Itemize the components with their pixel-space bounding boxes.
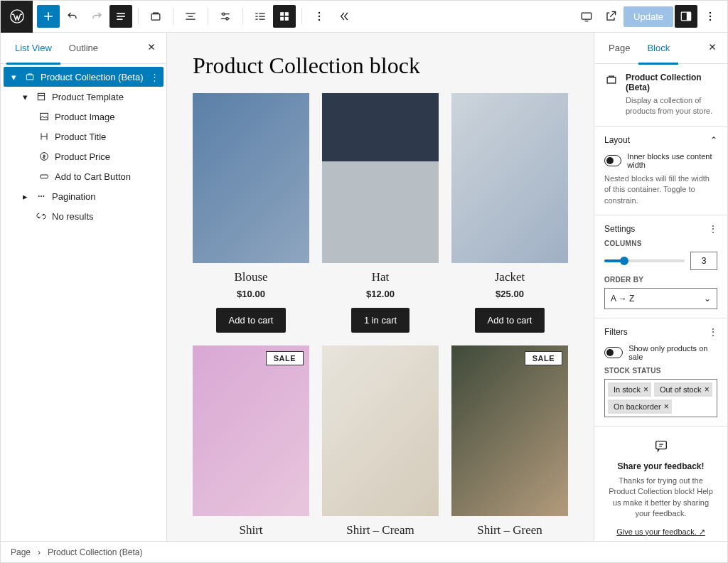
svg-point-19 bbox=[710, 19, 712, 21]
product-card[interactable]: Shirt – Cream $25.00 Add to cart bbox=[322, 345, 439, 541]
orderby-select[interactable]: A → Z ⌄ bbox=[604, 288, 717, 309]
columns-button[interactable] bbox=[249, 5, 272, 28]
orderby-label: Order by bbox=[604, 276, 717, 284]
tree-item-product-title[interactable]: Product Title bbox=[4, 127, 164, 146]
product-image bbox=[451, 93, 568, 263]
tab-list-view[interactable]: List View bbox=[6, 33, 60, 64]
image-icon bbox=[38, 111, 50, 122]
breadcrumb-item[interactable]: Product Collection (Beta) bbox=[48, 547, 142, 557]
block-name: Product Collection (Beta) bbox=[626, 73, 717, 92]
update-button[interactable]: Update bbox=[623, 6, 673, 27]
filters-panel-header[interactable]: Filters ⋮ bbox=[604, 327, 717, 337]
pagination-icon bbox=[35, 191, 48, 202]
layout-icon bbox=[35, 91, 48, 102]
tree-item-product-collection[interactable]: ▾ Product Collection (Beta) ⋮ bbox=[4, 67, 164, 87]
stock-status-tokens[interactable]: In stock× Out of stock× On backorder× bbox=[604, 379, 717, 417]
svg-point-13 bbox=[318, 19, 321, 21]
svg-rect-22 bbox=[41, 113, 48, 119]
collapse-button[interactable] bbox=[332, 5, 355, 28]
product-image: SALE bbox=[451, 345, 568, 515]
tree-item-pagination[interactable]: ▸ Pagination bbox=[4, 186, 164, 206]
archive-icon bbox=[23, 71, 36, 82]
wordpress-logo[interactable] bbox=[1, 1, 33, 33]
add-to-cart-button[interactable]: Add to cart bbox=[216, 308, 287, 333]
editor-canvas[interactable]: Product Collection block Blouse $10.00 A… bbox=[167, 33, 594, 541]
svg-rect-29 bbox=[655, 441, 666, 449]
token-backorder[interactable]: On backorder× bbox=[608, 400, 672, 414]
tree-item-product-price[interactable]: Product Price bbox=[4, 146, 164, 166]
tab-page[interactable]: Page bbox=[600, 33, 638, 64]
remove-token-icon[interactable]: × bbox=[643, 385, 648, 395]
svg-point-5 bbox=[223, 13, 225, 15]
close-sidebar-button[interactable] bbox=[703, 38, 722, 58]
feedback-link[interactable]: Give us your feedback. ↗ bbox=[616, 527, 705, 536]
svg-rect-7 bbox=[280, 12, 284, 16]
token-in-stock[interactable]: In stock× bbox=[608, 382, 651, 397]
token-out-of-stock[interactable]: Out of stock× bbox=[654, 382, 712, 397]
block-icon[interactable] bbox=[144, 5, 167, 28]
remove-token-icon[interactable]: × bbox=[664, 402, 669, 412]
tree-item-no-results[interactable]: No results bbox=[4, 206, 164, 226]
svg-point-6 bbox=[226, 18, 228, 20]
add-to-cart-button[interactable]: Add to cart bbox=[475, 308, 545, 333]
layout-panel-header[interactable]: Layout ⌃ bbox=[604, 135, 717, 145]
external-link-button[interactable] bbox=[599, 5, 622, 28]
redo-button[interactable] bbox=[85, 5, 108, 28]
product-card[interactable]: Blouse $10.00 Add to cart bbox=[193, 93, 309, 333]
more-icon[interactable]: ⋮ bbox=[709, 327, 717, 337]
product-card[interactable]: SALE Shirt – Green $25.00$18.00 Add to c… bbox=[451, 345, 568, 541]
svg-rect-8 bbox=[285, 12, 289, 16]
svg-rect-14 bbox=[582, 13, 591, 19]
close-panel-button[interactable] bbox=[142, 38, 161, 58]
align-button[interactable] bbox=[179, 5, 202, 28]
product-price: $12.00 bbox=[366, 289, 395, 299]
tree-item-product-image[interactable]: Product Image bbox=[4, 107, 164, 127]
document-overview-button[interactable] bbox=[109, 5, 132, 28]
more-options-button[interactable] bbox=[308, 5, 331, 28]
layout-panel: Layout ⌃ Inner blocks use content width … bbox=[594, 127, 727, 215]
breadcrumb-item[interactable]: Page bbox=[11, 547, 31, 557]
svg-point-12 bbox=[318, 16, 321, 18]
layout-hint: Nested blocks will fill the width of thi… bbox=[604, 173, 717, 206]
options-button[interactable] bbox=[699, 5, 722, 28]
svg-rect-21 bbox=[38, 93, 44, 100]
columns-input[interactable] bbox=[690, 252, 717, 270]
chevron-right-icon: › bbox=[38, 547, 41, 557]
tab-block[interactable]: Block bbox=[638, 33, 678, 64]
sidebar-toggle-button[interactable] bbox=[675, 5, 697, 28]
block-inserter-button[interactable] bbox=[37, 5, 60, 28]
tab-outline[interactable]: Outline bbox=[60, 33, 107, 64]
undo-button[interactable] bbox=[61, 5, 84, 28]
settings-button[interactable] bbox=[214, 5, 237, 28]
add-to-cart-button[interactable]: 1 in cart bbox=[351, 308, 410, 333]
product-name: Blouse bbox=[234, 270, 267, 284]
svg-rect-16 bbox=[687, 12, 691, 21]
tree-item-label: Add to Cart Button bbox=[55, 171, 131, 182]
document-overview-panel: List View Outline ▾ Product Collection (… bbox=[1, 33, 167, 541]
page-title[interactable]: Product Collection block bbox=[193, 53, 568, 79]
product-price: $10.00 bbox=[237, 289, 265, 299]
content-width-toggle[interactable] bbox=[604, 155, 621, 166]
tree-item-product-template[interactable]: ▾ Product Template bbox=[4, 87, 164, 107]
chevron-right-icon: ▸ bbox=[19, 191, 31, 202]
tree-item-label: Pagination bbox=[52, 191, 95, 202]
tree-item-label: Product Price bbox=[55, 151, 110, 162]
tree-item-add-to-cart[interactable]: Add to Cart Button bbox=[4, 166, 164, 186]
onsale-toggle[interactable] bbox=[604, 347, 623, 358]
columns-slider[interactable] bbox=[604, 259, 685, 262]
svg-point-17 bbox=[710, 12, 712, 14]
more-icon[interactable]: ⋮ bbox=[709, 224, 717, 234]
product-card[interactable]: SALE Shirt $20.00$18.00 Add to cart bbox=[193, 345, 309, 541]
remove-token-icon[interactable]: × bbox=[705, 385, 710, 395]
view-button[interactable] bbox=[575, 5, 598, 28]
grid-view-button[interactable] bbox=[273, 5, 296, 28]
svg-rect-24 bbox=[41, 175, 48, 178]
product-card[interactable]: Jacket $25.00 Add to cart bbox=[451, 93, 568, 333]
settings-panel-header[interactable]: Settings ⋮ bbox=[604, 224, 717, 234]
feedback-panel: Share your feedback! Thanks for trying o… bbox=[594, 427, 727, 541]
more-icon[interactable]: ⋮ bbox=[150, 72, 159, 82]
chevron-up-icon: ⌃ bbox=[710, 135, 717, 145]
product-card[interactable]: Hat $12.00 1 in cart bbox=[322, 93, 439, 333]
product-image: SALE bbox=[193, 345, 309, 515]
svg-point-11 bbox=[318, 12, 321, 14]
